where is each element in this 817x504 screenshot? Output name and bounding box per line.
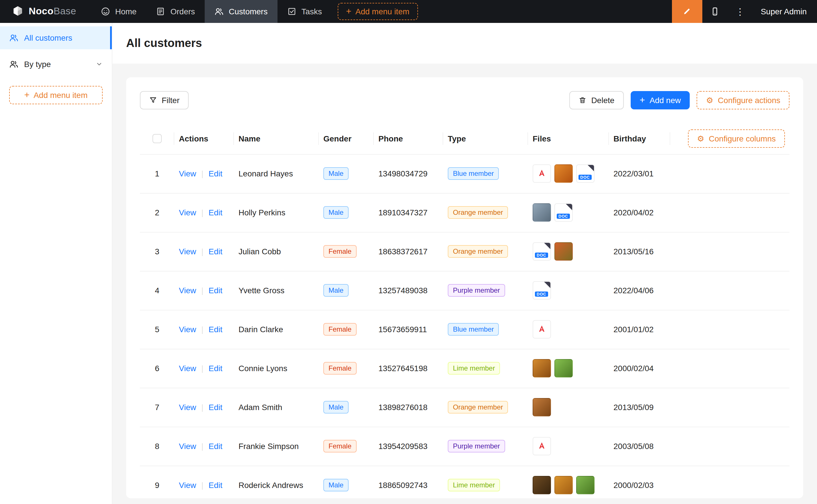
file-thumbnail-img[interactable] bbox=[554, 359, 573, 377]
file-thumbnail-pdf[interactable] bbox=[533, 320, 551, 338]
plus-icon: + bbox=[640, 96, 645, 105]
file-thumbnail-pdf[interactable] bbox=[533, 164, 551, 183]
header-add-menu-item-button[interactable]: + Add menu item bbox=[337, 3, 418, 20]
type-tag: Lime member bbox=[448, 479, 500, 491]
view-link[interactable]: View bbox=[179, 247, 196, 256]
nocobase-logo[interactable]: NocoBase bbox=[0, 5, 91, 18]
sidebar-add-menu-item-button[interactable]: + Add menu item bbox=[9, 86, 103, 104]
column-header-name: Name bbox=[234, 123, 319, 154]
edit-link[interactable]: Edit bbox=[209, 442, 222, 451]
add-menu-item-label: Add menu item bbox=[356, 7, 409, 16]
add-new-button[interactable]: + Add new bbox=[631, 91, 690, 109]
main-menu: Home Orders Customers Tasks bbox=[91, 0, 332, 23]
nav-item-orders[interactable]: Orders bbox=[146, 0, 205, 23]
customer-name: Yvette Gross bbox=[239, 286, 284, 295]
sidebar-item-all-customers[interactable]: All customers bbox=[0, 26, 112, 49]
top-navbar: NocoBase Home Orders Customers bbox=[0, 0, 817, 23]
birthday: 2022/03/01 bbox=[614, 169, 654, 178]
file-thumbnail-img[interactable] bbox=[554, 476, 573, 494]
column-header-birthday: Birthday bbox=[609, 123, 670, 154]
file-thumbnail-img[interactable] bbox=[533, 398, 551, 416]
gender-tag: Female bbox=[323, 362, 357, 375]
birthday: 2013/05/16 bbox=[614, 247, 654, 256]
phone: 13527645198 bbox=[378, 364, 427, 373]
gender-tag: Female bbox=[323, 440, 357, 452]
edit-link[interactable]: Edit bbox=[209, 208, 222, 217]
customers-table: Actions Name Gender Phone Type Files Bir… bbox=[140, 123, 790, 504]
file-thumbnail-doc[interactable]: DOC bbox=[533, 281, 551, 300]
view-link[interactable]: View bbox=[179, 403, 196, 412]
table-row: 6 View|Edit Connie Lyons Female 13527645… bbox=[140, 349, 790, 388]
delete-button[interactable]: Delete bbox=[569, 91, 624, 109]
row-index: 5 bbox=[155, 325, 159, 334]
doc-badge: DOC bbox=[557, 214, 570, 219]
doc-fold-corner bbox=[544, 282, 550, 288]
pdf-acrobat-icon bbox=[536, 440, 547, 452]
column-header-type: Type bbox=[443, 123, 528, 154]
customer-name: Frankie Simpson bbox=[239, 442, 299, 451]
edit-link[interactable]: Edit bbox=[209, 403, 222, 412]
link-separator: | bbox=[201, 481, 203, 490]
mobile-icon bbox=[710, 7, 720, 16]
header-right-controls: ⋮ Super Admin bbox=[672, 0, 817, 23]
ui-editor-button[interactable] bbox=[672, 0, 702, 23]
gender-tag: Female bbox=[323, 245, 357, 258]
table-card: Filter Delete + Add new bbox=[126, 77, 803, 499]
view-link[interactable]: View bbox=[179, 481, 196, 490]
phone: 13898276018 bbox=[378, 403, 427, 412]
files-cell: DOC bbox=[533, 164, 604, 183]
link-separator: | bbox=[201, 442, 203, 451]
edit-link[interactable]: Edit bbox=[209, 364, 222, 373]
app: NocoBase Home Orders Customers bbox=[0, 0, 817, 504]
file-thumbnail-img[interactable] bbox=[533, 476, 551, 494]
view-link[interactable]: View bbox=[179, 364, 196, 373]
edit-link[interactable]: Edit bbox=[209, 481, 222, 490]
view-link[interactable]: View bbox=[179, 286, 196, 295]
trash-icon bbox=[578, 96, 586, 104]
nav-item-tasks[interactable]: Tasks bbox=[277, 0, 332, 23]
file-thumbnail-img[interactable] bbox=[554, 242, 573, 261]
edit-link[interactable]: Edit bbox=[209, 286, 222, 295]
nav-item-home[interactable]: Home bbox=[91, 0, 146, 23]
add-new-label: Add new bbox=[650, 96, 681, 105]
view-link[interactable]: View bbox=[179, 208, 196, 217]
filter-button[interactable]: Filter bbox=[140, 91, 188, 109]
more-actions-kebab-button[interactable]: ⋮ bbox=[728, 0, 753, 23]
sidebar-item-by-type[interactable]: By type bbox=[0, 53, 112, 76]
file-thumbnail-doc[interactable]: DOC bbox=[576, 164, 594, 183]
edit-link[interactable]: Edit bbox=[209, 169, 222, 178]
doc-fold-corner bbox=[588, 165, 594, 171]
row-index: 9 bbox=[155, 481, 159, 490]
view-link[interactable]: View bbox=[179, 442, 196, 451]
configure-actions-button[interactable]: ⚙ Configure actions bbox=[697, 91, 790, 109]
table-row: 5 View|Edit Darin Clarke Female 15673659… bbox=[140, 310, 790, 349]
select-all-checkbox[interactable] bbox=[152, 134, 162, 143]
customers-team-icon bbox=[215, 7, 224, 16]
birthday: 2013/05/09 bbox=[614, 403, 654, 412]
file-thumbnail-doc[interactable]: DOC bbox=[554, 203, 573, 222]
edit-link[interactable]: Edit bbox=[209, 325, 222, 334]
nav-item-customers[interactable]: Customers bbox=[205, 0, 277, 23]
configure-columns-cell: ⚙ Configure columns bbox=[670, 123, 790, 154]
file-thumbnail-img[interactable] bbox=[554, 164, 573, 183]
view-link[interactable]: View bbox=[179, 169, 196, 178]
phone: 13257489038 bbox=[378, 286, 427, 295]
link-separator: | bbox=[201, 325, 203, 334]
doc-badge: DOC bbox=[578, 175, 592, 180]
view-link[interactable]: View bbox=[179, 325, 196, 334]
mobile-preview-button[interactable] bbox=[702, 0, 728, 23]
column-header-gender: Gender bbox=[319, 123, 374, 154]
user-menu[interactable]: Super Admin bbox=[753, 7, 817, 16]
column-header-actions: Actions bbox=[174, 123, 234, 154]
chevron-down-icon bbox=[96, 61, 103, 68]
nav-item-label: Tasks bbox=[301, 7, 322, 16]
file-thumbnail-img[interactable] bbox=[533, 359, 551, 377]
team-icon bbox=[9, 60, 18, 69]
edit-link[interactable]: Edit bbox=[209, 247, 222, 256]
file-thumbnail-img[interactable] bbox=[533, 203, 551, 222]
file-thumbnail-doc[interactable]: DOC bbox=[533, 242, 551, 261]
configure-columns-button[interactable]: ⚙ Configure columns bbox=[688, 129, 785, 148]
delete-label: Delete bbox=[591, 96, 614, 105]
file-thumbnail-pdf[interactable] bbox=[533, 437, 551, 455]
file-thumbnail-img[interactable] bbox=[576, 476, 594, 494]
